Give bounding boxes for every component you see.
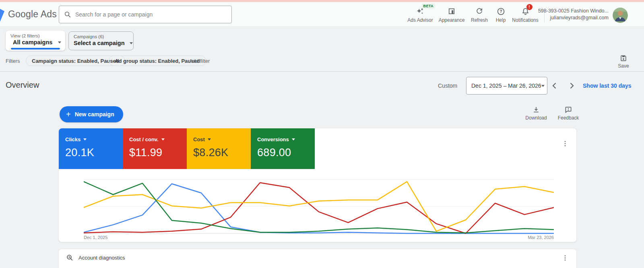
google-ads-logo-icon — [0, 9, 4, 22]
chevron-down-icon — [541, 85, 545, 87]
chevron-right-icon — [567, 81, 576, 91]
avatar[interactable] — [613, 8, 628, 23]
show-last-30-days-link[interactable]: Show last 30 days — [583, 82, 632, 89]
active-view-underline — [11, 48, 60, 49]
plus-icon: + — [66, 110, 71, 118]
kebab-icon — [561, 140, 569, 147]
save-button[interactable]: Save — [612, 54, 635, 69]
metric-tab-clicks[interactable]: Clicks 20.1K — [59, 128, 123, 169]
svg-text:?: ? — [500, 9, 502, 14]
section-divider — [0, 71, 644, 72]
chart-card-menu-button[interactable] — [560, 139, 570, 148]
filters-label: Filters — [6, 58, 20, 64]
new-campaign-button[interactable]: + New campaign — [60, 106, 123, 122]
campaign-selector-value: Select a campaign — [74, 40, 125, 46]
chevron-down-icon — [208, 138, 211, 140]
account-diagnostics-title: Account diagnostics — [78, 255, 125, 261]
campaign-selector[interactable]: Campaigns (6) Select a campaign — [68, 31, 134, 50]
metric-tabs: Clicks 20.1K Cost / conv. $11.99 Cost $8… — [59, 128, 315, 169]
account-info: 598-393-0025 Fashion Windo... julianviey… — [504, 8, 609, 21]
performance-line-chart[interactable] — [84, 176, 554, 237]
diagnostics-magnifier-icon — [66, 254, 74, 262]
download-button[interactable]: Download — [521, 106, 551, 121]
date-range-type: Custom — [438, 82, 457, 89]
refresh-icon — [475, 7, 483, 15]
appearance-icon — [448, 7, 456, 15]
x-axis-end-label: Mar 23, 2026 — [528, 235, 554, 240]
metric-value-cost: $8.26K — [193, 146, 251, 159]
metric-tab-conversions[interactable]: Conversions 689.00 — [251, 128, 315, 169]
chevron-down-icon — [161, 138, 165, 140]
search-input[interactable] — [75, 11, 227, 18]
view-selector[interactable]: View (2 filters) All campaigns — [6, 31, 65, 51]
x-axis-start-label: Dec 1, 2025 — [84, 235, 107, 240]
next-period-button[interactable] — [567, 81, 576, 91]
campaign-selector-label: Campaigns (6) — [74, 34, 128, 39]
ads-advisor-button[interactable]: BETA Ads Advisor — [402, 6, 438, 24]
metric-value-conversions: 689.00 — [257, 146, 315, 159]
account-id: 598-393-0025 Fashion Windo... — [504, 8, 609, 14]
brand-wordmark: Google Ads — [8, 9, 57, 20]
chevron-down-icon — [83, 138, 87, 140]
page-title: Overview — [6, 80, 39, 90]
google-ads-overview-page: Google Ads BETA Ads Advisor — [0, 0, 644, 268]
account-email: julianvieyrads@gmail.com — [504, 14, 609, 21]
view-selector-value: All campaigns — [13, 39, 52, 45]
view-selector-label: View (2 filters) — [10, 33, 60, 38]
date-range-picker[interactable]: Dec 1, 2025 – Mar 26, 2026 — [466, 77, 547, 95]
beta-badge: BETA — [422, 4, 435, 8]
chevron-down-icon — [58, 41, 61, 43]
feedback-button[interactable]: Feedback — [553, 106, 584, 121]
x-axis-labels: Dec 1, 2025 Mar 23, 2026 — [84, 235, 554, 240]
metric-value-clicks: 20.1K — [65, 146, 123, 159]
feedback-icon — [564, 106, 572, 114]
chevron-left-icon — [550, 81, 559, 91]
metric-tab-cost-per-conv[interactable]: Cost / conv. $11.99 — [123, 128, 187, 169]
kebab-icon — [561, 254, 569, 262]
add-filter-button[interactable]: Add filter — [189, 58, 210, 64]
save-icon — [619, 54, 627, 62]
previous-period-button[interactable] — [550, 81, 559, 91]
diagnostics-menu-button[interactable] — [560, 253, 570, 263]
metric-value-cost-per-conv: $11.99 — [129, 146, 187, 159]
date-range-value: Dec 1, 2025 – Mar 26, 2026 — [471, 82, 541, 89]
top-app-bar: Google Ads BETA Ads Advisor — [0, 2, 644, 26]
global-search[interactable] — [59, 6, 232, 23]
search-icon — [64, 11, 71, 18]
chevron-down-icon — [292, 138, 295, 140]
account-diagnostics-card: Account diagnostics — [58, 249, 577, 268]
download-icon — [532, 106, 540, 114]
overview-chart-card: Clicks 20.1K Cost / conv. $11.99 Cost $8… — [58, 128, 577, 242]
chevron-down-icon — [130, 42, 133, 44]
metric-tab-cost[interactable]: Cost $8.26K — [187, 128, 251, 169]
account-diagnostics-header[interactable]: Account diagnostics — [66, 254, 125, 262]
